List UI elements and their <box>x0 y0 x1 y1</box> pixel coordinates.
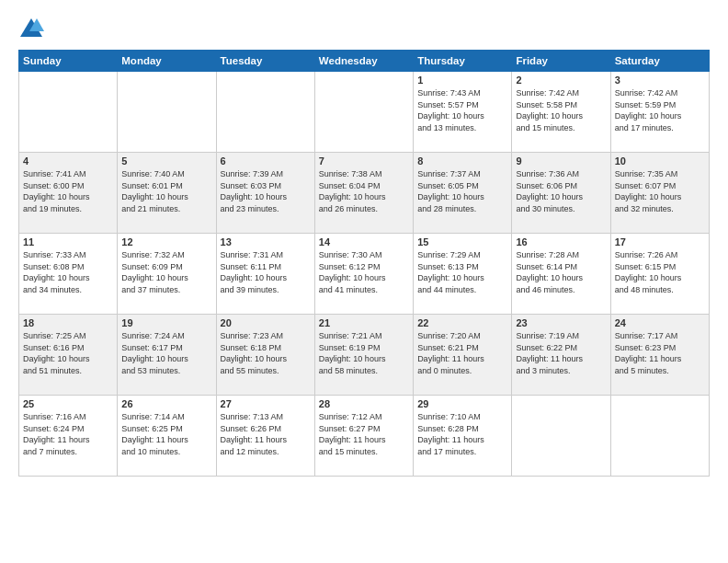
calendar-cell: 18Sunrise: 7:25 AM Sunset: 6:16 PM Dayli… <box>19 315 118 396</box>
col-header-saturday: Saturday <box>610 51 709 72</box>
day-number: 21 <box>319 317 409 328</box>
col-header-thursday: Thursday <box>414 51 512 72</box>
calendar-cell: 17Sunrise: 7:26 AM Sunset: 6:15 PM Dayli… <box>610 234 709 315</box>
col-header-friday: Friday <box>512 51 610 72</box>
day-number: 3 <box>615 75 705 86</box>
calendar-cell: 20Sunrise: 7:23 AM Sunset: 6:18 PM Dayli… <box>216 315 314 396</box>
calendar: SundayMondayTuesdayWednesdayThursdayFrid… <box>18 50 710 477</box>
day-number: 16 <box>516 236 606 247</box>
calendar-cell: 15Sunrise: 7:29 AM Sunset: 6:13 PM Dayli… <box>414 234 512 315</box>
calendar-cell: 7Sunrise: 7:38 AM Sunset: 6:04 PM Daylig… <box>314 153 413 234</box>
day-info: Sunrise: 7:23 AM Sunset: 6:18 PM Dayligh… <box>221 330 311 376</box>
day-info: Sunrise: 7:28 AM Sunset: 6:14 PM Dayligh… <box>516 249 606 295</box>
col-header-monday: Monday <box>118 51 216 72</box>
day-info: Sunrise: 7:25 AM Sunset: 6:16 PM Dayligh… <box>23 330 113 376</box>
day-info: Sunrise: 7:33 AM Sunset: 6:08 PM Dayligh… <box>23 249 113 295</box>
day-info: Sunrise: 7:24 AM Sunset: 6:17 PM Dayligh… <box>121 330 211 376</box>
day-number: 22 <box>417 317 507 328</box>
calendar-cell: 13Sunrise: 7:31 AM Sunset: 6:11 PM Dayli… <box>216 234 314 315</box>
day-number: 24 <box>615 317 705 328</box>
day-number: 8 <box>417 155 507 167</box>
day-number: 26 <box>121 398 211 409</box>
day-info: Sunrise: 7:43 AM Sunset: 5:57 PM Dayligh… <box>417 87 507 133</box>
day-number: 25 <box>23 398 113 409</box>
day-number: 23 <box>516 317 606 328</box>
day-number: 19 <box>121 317 211 328</box>
day-info: Sunrise: 7:17 AM Sunset: 6:23 PM Dayligh… <box>615 330 705 376</box>
calendar-cell <box>19 72 118 153</box>
calendar-week-2: 4Sunrise: 7:41 AM Sunset: 6:00 PM Daylig… <box>19 153 710 234</box>
day-number: 1 <box>417 75 507 86</box>
calendar-header-row: SundayMondayTuesdayWednesdayThursdayFrid… <box>19 51 710 72</box>
calendar-week-4: 18Sunrise: 7:25 AM Sunset: 6:16 PM Dayli… <box>19 315 710 396</box>
calendar-cell: 1Sunrise: 7:43 AM Sunset: 5:57 PM Daylig… <box>414 72 512 153</box>
calendar-cell: 22Sunrise: 7:20 AM Sunset: 6:21 PM Dayli… <box>414 315 512 396</box>
day-info: Sunrise: 7:42 AM Sunset: 5:59 PM Dayligh… <box>615 87 705 133</box>
logo-icon <box>18 17 44 42</box>
header <box>18 17 710 42</box>
day-info: Sunrise: 7:12 AM Sunset: 6:27 PM Dayligh… <box>319 411 409 457</box>
day-number: 27 <box>221 398 311 409</box>
day-info: Sunrise: 7:10 AM Sunset: 6:28 PM Dayligh… <box>417 411 507 457</box>
day-info: Sunrise: 7:26 AM Sunset: 6:15 PM Dayligh… <box>615 249 705 295</box>
day-number: 4 <box>23 155 113 167</box>
day-info: Sunrise: 7:35 AM Sunset: 6:07 PM Dayligh… <box>615 168 705 214</box>
day-number: 2 <box>516 75 606 86</box>
day-info: Sunrise: 7:20 AM Sunset: 6:21 PM Dayligh… <box>417 330 507 376</box>
calendar-cell: 2Sunrise: 7:42 AM Sunset: 5:58 PM Daylig… <box>512 72 610 153</box>
day-number: 28 <box>319 398 409 409</box>
calendar-cell <box>216 72 314 153</box>
day-number: 11 <box>23 236 113 247</box>
calendar-cell <box>512 396 610 477</box>
day-number: 6 <box>221 155 311 167</box>
day-info: Sunrise: 7:21 AM Sunset: 6:19 PM Dayligh… <box>319 330 409 376</box>
calendar-week-1: 1Sunrise: 7:43 AM Sunset: 5:57 PM Daylig… <box>19 72 710 153</box>
col-header-sunday: Sunday <box>19 51 118 72</box>
col-header-tuesday: Tuesday <box>216 51 314 72</box>
calendar-cell: 5Sunrise: 7:40 AM Sunset: 6:01 PM Daylig… <box>118 153 216 234</box>
day-info: Sunrise: 7:38 AM Sunset: 6:04 PM Dayligh… <box>319 168 409 214</box>
logo <box>18 17 48 42</box>
calendar-cell: 8Sunrise: 7:37 AM Sunset: 6:05 PM Daylig… <box>414 153 512 234</box>
calendar-cell: 27Sunrise: 7:13 AM Sunset: 6:26 PM Dayli… <box>216 396 314 477</box>
day-number: 10 <box>615 155 705 167</box>
day-info: Sunrise: 7:42 AM Sunset: 5:58 PM Dayligh… <box>516 87 606 133</box>
day-number: 14 <box>319 236 409 247</box>
calendar-cell: 14Sunrise: 7:30 AM Sunset: 6:12 PM Dayli… <box>314 234 413 315</box>
calendar-cell: 3Sunrise: 7:42 AM Sunset: 5:59 PM Daylig… <box>610 72 709 153</box>
day-info: Sunrise: 7:30 AM Sunset: 6:12 PM Dayligh… <box>319 249 409 295</box>
calendar-cell: 6Sunrise: 7:39 AM Sunset: 6:03 PM Daylig… <box>216 153 314 234</box>
calendar-cell: 24Sunrise: 7:17 AM Sunset: 6:23 PM Dayli… <box>610 315 709 396</box>
calendar-cell: 12Sunrise: 7:32 AM Sunset: 6:09 PM Dayli… <box>118 234 216 315</box>
calendar-cell: 19Sunrise: 7:24 AM Sunset: 6:17 PM Dayli… <box>118 315 216 396</box>
calendar-cell: 25Sunrise: 7:16 AM Sunset: 6:24 PM Dayli… <box>19 396 118 477</box>
day-number: 15 <box>417 236 507 247</box>
calendar-cell: 28Sunrise: 7:12 AM Sunset: 6:27 PM Dayli… <box>314 396 413 477</box>
day-number: 17 <box>615 236 705 247</box>
day-number: 18 <box>23 317 113 328</box>
calendar-cell: 26Sunrise: 7:14 AM Sunset: 6:25 PM Dayli… <box>118 396 216 477</box>
day-info: Sunrise: 7:41 AM Sunset: 6:00 PM Dayligh… <box>23 168 113 214</box>
day-info: Sunrise: 7:37 AM Sunset: 6:05 PM Dayligh… <box>417 168 507 214</box>
day-number: 5 <box>121 155 211 167</box>
calendar-week-5: 25Sunrise: 7:16 AM Sunset: 6:24 PM Dayli… <box>19 396 710 477</box>
calendar-cell: 29Sunrise: 7:10 AM Sunset: 6:28 PM Dayli… <box>414 396 512 477</box>
day-info: Sunrise: 7:19 AM Sunset: 6:22 PM Dayligh… <box>516 330 606 376</box>
calendar-cell: 11Sunrise: 7:33 AM Sunset: 6:08 PM Dayli… <box>19 234 118 315</box>
day-number: 12 <box>121 236 211 247</box>
day-info: Sunrise: 7:36 AM Sunset: 6:06 PM Dayligh… <box>516 168 606 214</box>
day-info: Sunrise: 7:32 AM Sunset: 6:09 PM Dayligh… <box>121 249 211 295</box>
day-info: Sunrise: 7:39 AM Sunset: 6:03 PM Dayligh… <box>221 168 311 214</box>
day-info: Sunrise: 7:14 AM Sunset: 6:25 PM Dayligh… <box>121 411 211 457</box>
day-number: 7 <box>319 155 409 167</box>
day-info: Sunrise: 7:40 AM Sunset: 6:01 PM Dayligh… <box>121 168 211 214</box>
day-info: Sunrise: 7:31 AM Sunset: 6:11 PM Dayligh… <box>221 249 311 295</box>
calendar-cell: 21Sunrise: 7:21 AM Sunset: 6:19 PM Dayli… <box>314 315 413 396</box>
calendar-cell: 16Sunrise: 7:28 AM Sunset: 6:14 PM Dayli… <box>512 234 610 315</box>
day-number: 13 <box>221 236 311 247</box>
calendar-cell <box>118 72 216 153</box>
calendar-week-3: 11Sunrise: 7:33 AM Sunset: 6:08 PM Dayli… <box>19 234 710 315</box>
col-header-wednesday: Wednesday <box>314 51 413 72</box>
page: SundayMondayTuesdayWednesdayThursdayFrid… <box>0 0 728 563</box>
calendar-cell: 10Sunrise: 7:35 AM Sunset: 6:07 PM Dayli… <box>610 153 709 234</box>
